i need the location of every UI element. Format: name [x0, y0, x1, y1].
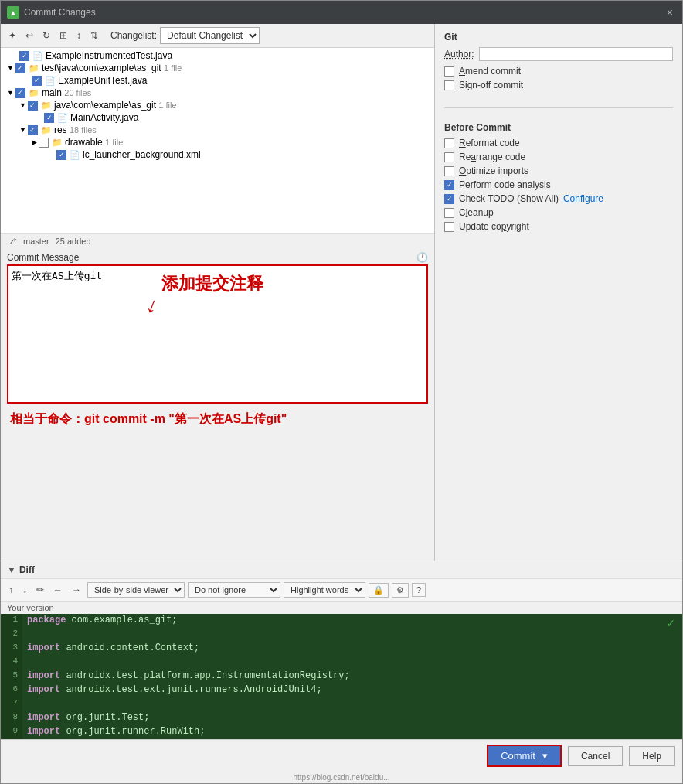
lock-button[interactable]: 🔒 — [369, 583, 389, 598]
check-todo-checkbox[interactable]: ✓ — [444, 194, 454, 204]
folder-checkbox[interactable] — [39, 138, 49, 148]
reformat-code-checkbox[interactable] — [444, 138, 454, 148]
rearrange-code-checkbox[interactable] — [444, 152, 454, 162]
watermark: https://blog.csdn.net/baidu... — [1, 772, 682, 783]
add-button[interactable]: ✦ — [5, 29, 19, 43]
list-item[interactable]: ▼ ✓ 📁 main 20 files — [1, 87, 434, 99]
line-number: 1 — [1, 614, 22, 628]
undo-button[interactable]: ↩ — [22, 29, 36, 43]
cleanup-checkbox[interactable] — [444, 208, 454, 218]
help-button[interactable]: ? — [412, 583, 426, 597]
left-panel: ✦ ↩ ↻ ⊞ ↕ ⇅ Changelist: Default Changeli… — [1, 24, 435, 561]
code-analysis-checkbox[interactable]: ✓ — [444, 180, 454, 190]
diff-content: ✓ 1 package com.example.as_git; 2 3 impo… — [1, 614, 682, 739]
code-analysis-label: Perform code analysis — [459, 179, 551, 190]
line-content: import org.junit.runner.RunWith; — [22, 725, 682, 739]
folder-checkbox[interactable]: ✓ — [28, 125, 38, 135]
amend-commit-checkbox[interactable] — [444, 66, 454, 77]
cleanup-label: Cleanup — [459, 207, 494, 218]
optimize-imports-checkbox[interactable] — [444, 166, 454, 176]
list-item[interactable]: ✓ 📄 ExampleUnitTest.java — [1, 74, 434, 87]
diff-section: ▼ Diff ↑ ↓ ✏ ← → Side-by-side viewerUnif… — [1, 561, 682, 739]
diff-collapse-arrow[interactable]: ▼ — [7, 564, 16, 575]
cancel-button[interactable]: Cancel — [568, 746, 623, 766]
configure-link[interactable]: Configure — [563, 193, 603, 204]
update-copyright-label: Update copyright — [459, 221, 529, 232]
line-content: import org.junit.Test; — [22, 711, 682, 725]
list-item[interactable]: ✓ 📄 MainActivity.java — [1, 111, 434, 124]
diff-title: Diff — [19, 564, 35, 575]
your-version-label: Your version — [1, 602, 682, 614]
help-button[interactable]: Help — [629, 746, 675, 766]
folder-icon: 📁 — [41, 125, 52, 135]
close-button[interactable]: × — [664, 5, 676, 20]
cleanup-option[interactable]: Cleanup — [444, 207, 673, 218]
signoff-commit-option[interactable]: Sign-off commit — [444, 80, 673, 90]
settings-button[interactable]: ⚙ — [392, 583, 409, 598]
diff-line: 7 — [1, 697, 682, 711]
update-copyright-option[interactable]: Update copyright — [444, 221, 673, 232]
folder-name: test\java\com\example\as_git — [42, 63, 161, 73]
commit-dropdown-arrow[interactable]: ▾ — [539, 750, 548, 762]
expand-arrow: ▶ — [32, 138, 37, 146]
check-todo-option[interactable]: ✓ Check TODO (Show All) Configure — [444, 193, 673, 204]
folder-checkbox[interactable]: ✓ — [28, 101, 38, 111]
file-checkbox[interactable]: ✓ — [56, 150, 66, 160]
line-number: 3 — [1, 642, 22, 656]
line-content: package com.example.as_git; — [22, 614, 682, 628]
diff-edit-button[interactable]: ✏ — [33, 583, 47, 597]
ignore-select[interactable]: Do not ignoreIgnore whitespace — [188, 582, 280, 598]
folder-checkbox[interactable]: ✓ — [15, 88, 25, 98]
folder-checkbox[interactable]: ✓ — [15, 63, 25, 73]
group-button[interactable]: ⊞ — [56, 29, 70, 43]
file-checkbox[interactable]: ✓ — [19, 51, 29, 61]
optimize-imports-label: Optimize imports — [459, 165, 528, 176]
list-item[interactable]: ✓ 📄 ic_launcher_background.xml — [1, 148, 434, 161]
signoff-commit-checkbox[interactable] — [444, 80, 454, 90]
java-icon: 📄 — [45, 76, 56, 86]
rearrange-code-option[interactable]: Rearrange code — [444, 152, 673, 162]
code-analysis-option[interactable]: ✓ Perform code analysis — [444, 179, 673, 190]
list-item[interactable]: ▶ 📁 drawable 1 file — [1, 136, 434, 148]
sort-button[interactable]: ↕ — [73, 29, 84, 43]
optimize-imports-option[interactable]: Optimize imports — [444, 165, 673, 176]
line-content: import androidx.test.ext.junit.runners.A… — [22, 683, 682, 697]
file-checkbox[interactable]: ✓ — [44, 113, 54, 123]
viewer-select[interactable]: Side-by-side viewerUnified viewer — [87, 582, 185, 598]
file-checkbox[interactable]: ✓ — [32, 76, 42, 86]
list-item[interactable]: ▼ ✓ 📁 res 18 files — [1, 124, 434, 136]
highlight-select[interactable]: Highlight wordsHighlight lines — [284, 582, 365, 598]
line-content — [22, 697, 682, 711]
diff-line: 6 import androidx.test.ext.junit.runners… — [1, 683, 682, 697]
commit-button[interactable]: Commit ▾ — [487, 745, 562, 767]
folder-icon: 📁 — [29, 63, 39, 73]
branch-name: master — [23, 237, 49, 247]
file-name: ExampleUnitTest.java — [58, 75, 147, 86]
reformat-code-option[interactable]: Reformat code — [444, 138, 673, 148]
file-name: ExampleInstrumentedTest.java — [46, 50, 172, 61]
list-item[interactable]: ▼ ✓ 📁 test\java\com\example\as_git 1 fil… — [1, 62, 434, 74]
author-input[interactable] — [479, 47, 673, 61]
diff-toolbar: ↑ ↓ ✏ ← → Side-by-side viewerUnified vie… — [1, 579, 682, 602]
author-row: Author: — [444, 47, 673, 61]
filter-button[interactable]: ⇅ — [87, 29, 101, 43]
update-copyright-checkbox[interactable] — [444, 222, 454, 232]
diff-left-button[interactable]: ← — [50, 583, 66, 597]
diff-down-button[interactable]: ↓ — [19, 583, 30, 597]
refresh-button[interactable]: ↻ — [39, 29, 53, 43]
added-count: 25 added — [56, 237, 91, 247]
history-icon[interactable]: 🕐 — [416, 252, 428, 263]
list-item[interactable]: ✓ 📄 ExampleInstrumentedTest.java — [1, 49, 434, 62]
commit-message-input[interactable]: 第一次在AS上传git — [7, 264, 428, 404]
diff-up-button[interactable]: ↑ — [5, 583, 16, 597]
file-count: 1 file — [105, 138, 123, 147]
changelist-select[interactable]: Default Changelist — [160, 27, 260, 44]
diff-right-button[interactable]: → — [69, 583, 84, 597]
before-commit-title: Before Commit — [444, 122, 673, 133]
list-item[interactable]: ▼ ✓ 📁 java\com\example\as_git 1 file — [1, 99, 434, 111]
file-tree: ✓ 📄 ExampleInstrumentedTest.java ▼ ✓ 📁 t… — [1, 48, 434, 233]
amend-commit-option[interactable]: Amend commit — [444, 66, 673, 77]
main-content: ✦ ↩ ↻ ⊞ ↕ ⇅ Changelist: Default Changeli… — [1, 24, 682, 561]
status-bar: ⎇ master 25 added — [1, 233, 434, 249]
divider — [444, 107, 673, 108]
